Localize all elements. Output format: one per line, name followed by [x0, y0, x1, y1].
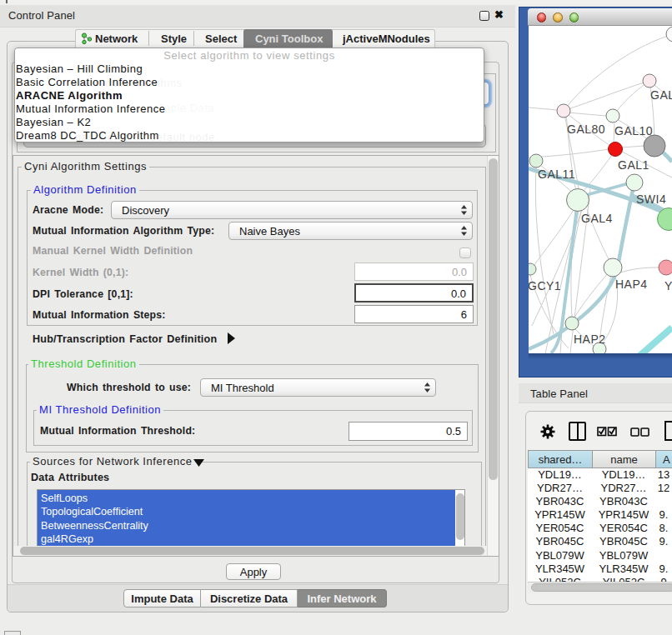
svg-text:HAP4: HAP4	[615, 278, 648, 291]
svg-text:GAL7: GAL7	[650, 88, 672, 102]
svg-text:GAL1: GAL1	[618, 158, 649, 172]
svg-text:GCY1: GCY1	[529, 279, 561, 292]
svg-text:HAP2: HAP2	[574, 332, 606, 346]
svg-text:YJ: YJ	[664, 279, 672, 292]
svg-text:SWI4: SWI4	[636, 192, 666, 206]
svg-text:GAL4: GAL4	[581, 212, 613, 225]
svg-text:GAL11: GAL11	[538, 168, 575, 181]
svg-text:GAL80: GAL80	[567, 122, 605, 136]
svg-text:GAL10: GAL10	[614, 124, 653, 138]
